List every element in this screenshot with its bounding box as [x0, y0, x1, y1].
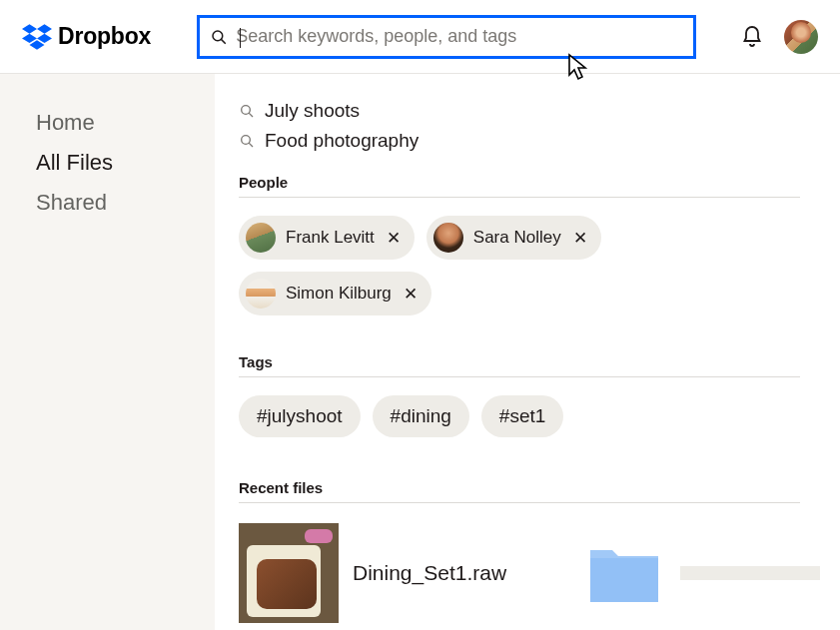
person-name: Sara Nolley: [473, 228, 561, 248]
folder-icon: [588, 544, 660, 602]
dropbox-glyph-icon: [22, 24, 52, 50]
search-input[interactable]: [228, 26, 683, 47]
brand-name: Dropbox: [58, 23, 151, 50]
app-header: Dropbox: [0, 0, 840, 74]
text-caret: [240, 28, 241, 48]
search-icon: [239, 133, 255, 149]
file-name[interactable]: Dining_Set1.raw: [353, 561, 506, 585]
suggestion-text: July shoots: [265, 100, 360, 122]
avatar-icon: [246, 223, 276, 253]
suggestion-text: Food photography: [265, 130, 419, 152]
tag-chips: #julyshoot #dining #set1: [239, 395, 800, 437]
folder-name-placeholder: [680, 566, 820, 580]
remove-chip-icon[interactable]: ✕: [387, 228, 401, 249]
sidebar-nav: Home All Files Shared: [0, 74, 215, 630]
tag-text: #set1: [499, 405, 545, 427]
search-icon: [210, 28, 228, 46]
tag-text: #dining: [391, 405, 451, 427]
person-name: Simon Kilburg: [286, 284, 392, 304]
notifications-icon[interactable]: [740, 25, 764, 49]
divider: [239, 502, 800, 503]
people-chips: Frank Levitt ✕ Sara Nolley ✕ Simon Kilbu…: [239, 216, 800, 315]
divider: [239, 197, 800, 198]
account-avatar[interactable]: [784, 20, 818, 54]
svg-line-5: [249, 143, 253, 147]
search-suggestion[interactable]: Food photography: [239, 130, 800, 152]
recent-files-row: Dining_Set1.raw: [239, 523, 800, 623]
svg-point-2: [242, 106, 251, 115]
tag-text: #julyshoot: [257, 405, 343, 427]
tag-chip-julyshoot[interactable]: #julyshoot: [239, 395, 361, 437]
file-thumbnail[interactable]: [239, 523, 339, 623]
svg-line-3: [249, 113, 253, 117]
person-chip-sara[interactable]: Sara Nolley ✕: [426, 216, 601, 260]
svg-point-0: [213, 31, 223, 41]
tag-chip-dining[interactable]: #dining: [373, 395, 469, 437]
person-chip-frank[interactable]: Frank Levitt ✕: [239, 216, 415, 260]
header-actions: [740, 20, 818, 54]
divider: [239, 376, 800, 377]
recent-folder[interactable]: [588, 544, 820, 602]
search-dropdown: July shoots Food photography People Fran…: [215, 74, 840, 630]
section-heading-people: People: [239, 174, 800, 191]
avatar-icon: [246, 279, 276, 309]
sidebar-item-shared[interactable]: Shared: [36, 190, 215, 216]
svg-rect-6: [590, 558, 658, 602]
person-name: Frank Levitt: [286, 228, 375, 248]
remove-chip-icon[interactable]: ✕: [573, 228, 587, 249]
sidebar-item-all-files[interactable]: All Files: [36, 150, 215, 176]
search-bar[interactable]: [197, 15, 696, 59]
brand-logo[interactable]: Dropbox: [22, 23, 151, 50]
sidebar-item-home[interactable]: Home: [36, 110, 215, 136]
avatar-icon: [433, 223, 463, 253]
section-heading-recent: Recent files: [239, 479, 800, 496]
tag-chip-set1[interactable]: #set1: [481, 395, 563, 437]
search-suggestion[interactable]: July shoots: [239, 100, 800, 122]
person-chip-simon[interactable]: Simon Kilburg ✕: [239, 272, 431, 315]
svg-line-1: [222, 39, 226, 43]
remove-chip-icon[interactable]: ✕: [404, 284, 418, 305]
search-icon: [239, 103, 255, 119]
svg-point-4: [242, 136, 251, 145]
section-heading-tags: Tags: [239, 353, 800, 370]
